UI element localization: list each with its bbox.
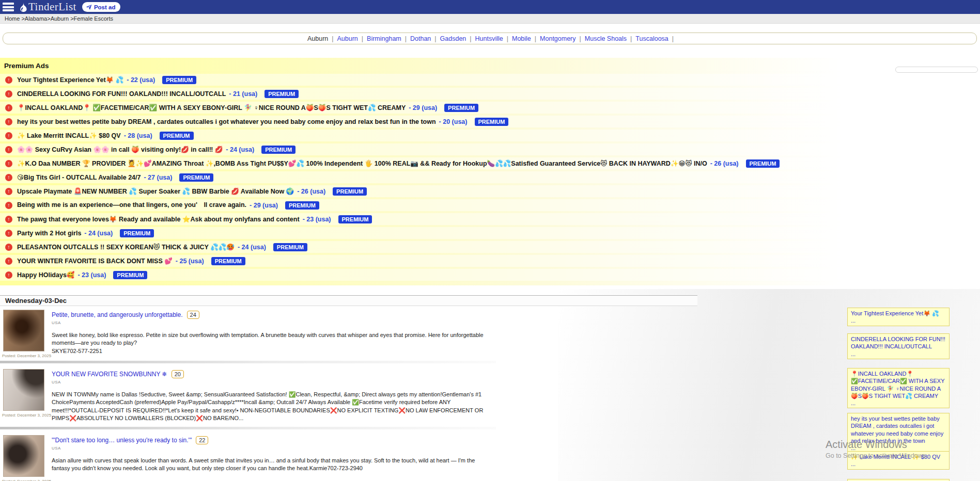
up-arrow-icon: ↑ xyxy=(5,174,12,181)
listing-thumbnail[interactable] xyxy=(3,310,44,351)
post-ad-button[interactable]: Post ad xyxy=(82,2,121,12)
post-ad-label: Post ad xyxy=(94,4,116,10)
sidebar-ad-title[interactable]: 📍INCALL OAKLAND📍 ✅FACETIME/CAR✅ WITH A S… xyxy=(851,370,946,399)
sidebar-ad-more: ... xyxy=(851,350,946,358)
sidebar-ad-box[interactable]: CINDERELLA LOOKING FOR FUN!!! OAKLAND!!!… xyxy=(847,333,950,359)
premium-ad-title[interactable]: ✨K.O Daa NUMBER 🏆 PROVIDER 💆✨💕AMAZING Th… xyxy=(17,159,707,167)
premium-badge: PREMIUM xyxy=(211,257,245,265)
sidebar-ad-box[interactable] xyxy=(847,479,950,481)
listing-thumbnail[interactable] xyxy=(3,435,44,477)
premium-ad-row[interactable]: ↑✨K.O Daa NUMBER 🏆 PROVIDER 💆✨💕AMAZING T… xyxy=(0,157,980,169)
premium-ad-title[interactable]: hey its your best wettes petite baby DRE… xyxy=(17,118,436,125)
premium-ad-age: - 25 (usa) xyxy=(176,258,204,265)
up-arrow-icon: ↑ xyxy=(5,90,12,98)
listing-title-link[interactable]: YOUR NEW FAVORITE SNOWBUNNY ❄ xyxy=(52,371,167,378)
listing-contact: SKYE702-577-2251 xyxy=(52,347,486,355)
listing-separator xyxy=(0,361,496,363)
premium-badge: PREMIUM xyxy=(475,118,509,126)
city-link-mobile[interactable]: Mobile xyxy=(512,35,531,42)
city-link-gadsden[interactable]: Gadsden xyxy=(440,35,466,42)
listing-title-row: Petite, brunette, and dangerously unforg… xyxy=(52,310,496,319)
sidebar-ad-box[interactable]: ✨ Lake Merritt INCALL ✨ $80 QV... xyxy=(847,451,950,470)
sidebar-ad-title[interactable]: hey its your best wettes petite baby DRE… xyxy=(851,415,946,444)
premium-ad-row[interactable]: ↑Happy HOlidays🥰- 23 (usa)PREMIUM xyxy=(0,269,980,281)
sidebar-ad-title[interactable]: ✨ Lake Merritt INCALL ✨ $80 QV xyxy=(851,453,946,460)
city-link-muscle-shoals[interactable]: Muscle Shoals xyxy=(585,35,627,42)
premium-ad-title[interactable]: PLEASANTON OUTCALLS !! SEXY KOREAN😻 THIC… xyxy=(17,243,235,251)
city-separator: | xyxy=(580,35,581,42)
premium-ad-row[interactable]: ↑✨ Lake Merritt INCALL✨ $80 QV- 28 (usa)… xyxy=(0,130,980,141)
premium-ad-row[interactable]: ↑YOUR WINTER FAVORITE IS BACK DONT MISS … xyxy=(0,255,980,267)
page: TinderList Post ad Home >Alabama>Auburn … xyxy=(0,0,980,481)
city-link-tuscaloosa[interactable]: Tuscaloosa xyxy=(635,35,668,42)
city-separator: | xyxy=(535,35,536,42)
premium-ad-title[interactable]: Upscale Playmate 🚨NEW NUMBER 💦 Super Soa… xyxy=(17,187,294,195)
premium-ad-title[interactable]: 😘Big Tits Girl - OUTCALL Available 24/7 xyxy=(17,173,141,181)
listing-separator xyxy=(0,427,496,429)
premium-badge: PREMIUM xyxy=(746,159,780,168)
premium-ad-row[interactable]: ↑🌸🌸 Sexy CuRvy Asian 🌸🌸 in call 🍑 visiti… xyxy=(0,143,980,155)
premium-ad-row[interactable]: ↑Your Tightest Experience Yet🦊 💦- 22 (us… xyxy=(0,74,980,86)
premium-badge: PREMIUM xyxy=(333,187,367,196)
premium-badge: PREMIUM xyxy=(273,243,307,251)
listing-thumbnail[interactable] xyxy=(3,369,44,411)
premium-ad-title[interactable]: Happy HOlidays🥰 xyxy=(17,271,74,279)
city-link-auburn[interactable]: Auburn xyxy=(337,35,358,42)
city-link-montgomery[interactable]: Montgomery xyxy=(540,35,575,42)
premium-ad-row[interactable]: ↑PLEASANTON OUTCALLS !! SEXY KOREAN😻 THI… xyxy=(0,241,980,253)
breadcrumb[interactable]: Home >Alabama>Auburn >Female Escorts xyxy=(0,14,980,24)
premium-badge: PREMIUM xyxy=(338,215,372,223)
premium-ad-title[interactable]: Party with 2 Hot girls xyxy=(17,230,81,237)
premium-ad-title[interactable]: 📍INCALL OAKLAND📍 ✅FACETIME/CAR✅ WITH A S… xyxy=(17,104,406,111)
premium-ad-row[interactable]: ↑CINDERELLA LOOKING FOR FUN!!! OAKLAND!!… xyxy=(0,88,980,100)
premium-badge: PREMIUM xyxy=(179,173,213,182)
premium-ad-title[interactable]: 🌸🌸 Sexy CuRvy Asian 🌸🌸 in call 🍑 visitin… xyxy=(17,146,223,153)
premium-ad-age: - 23 (usa) xyxy=(77,271,106,279)
age-badge: 22 xyxy=(196,436,208,444)
premium-ad-row[interactable]: ↑hey its your best wettes petite baby DR… xyxy=(0,116,980,127)
sidebar-ad-title[interactable]: CINDERELLA LOOKING FOR FUN!!! OAKLAND!!!… xyxy=(851,335,946,350)
premium-ad-row[interactable]: ↑The pawg that everyone loves🦊 Ready and… xyxy=(0,213,980,225)
sidebar-ad-box[interactable]: 📍INCALL OAKLAND📍 ✅FACETIME/CAR✅ WITH A S… xyxy=(847,368,950,408)
premium-ad-title[interactable]: YOUR WINTER FAVORITE IS BACK DONT MISS 💕 xyxy=(17,257,173,265)
listing-description: Sweet like honey, bold like espresso. Pe… xyxy=(52,331,486,347)
up-arrow-icon: ↑ xyxy=(5,258,12,265)
premium-ad-title[interactable]: ✨ Lake Merritt INCALL✨ $80 QV xyxy=(17,132,121,139)
premium-ad-title[interactable]: CINDERELLA LOOKING FOR FUN!!! OAKLAND!!!… xyxy=(17,90,226,98)
premium-ad-row[interactable]: ↑Party with 2 Hot girls- 24 (usa)PREMIUM xyxy=(0,227,980,239)
premium-ad-age: - 29 (usa) xyxy=(409,104,437,111)
premium-ad-title[interactable]: Your Tightest Experience Yet🦊 💦 xyxy=(17,76,123,84)
city-link-huntsville[interactable]: Huntsville xyxy=(475,35,503,42)
listing-title-link[interactable]: "'Don't stare too long… unless you're re… xyxy=(52,437,192,444)
listing-title-link[interactable]: Petite, brunette, and dangerously unforg… xyxy=(52,311,183,318)
sidebar-ad-title[interactable]: Your Tightest Experience Yet🦊 💦 xyxy=(851,310,946,317)
listing-title-row: "'Don't stare too long… unless you're re… xyxy=(52,435,496,444)
premium-ad-title[interactable]: The pawg that everyone loves🦊 Ready and … xyxy=(17,215,300,223)
premium-ad-title[interactable]: Being with me is an experience—one that … xyxy=(17,201,246,210)
site-logo[interactable]: TinderList xyxy=(19,0,76,14)
premium-ad-age: - 20 (usa) xyxy=(439,118,468,125)
city-separator: | xyxy=(470,35,471,42)
premium-badge: PREMIUM xyxy=(265,90,299,98)
city-separator: | xyxy=(672,35,674,42)
up-arrow-icon: ↑ xyxy=(5,160,12,167)
city-separator: | xyxy=(362,35,363,42)
premium-ad-row[interactable]: ↑Upscale Playmate 🚨NEW NUMBER 💦 Super So… xyxy=(0,185,980,197)
premium-ad-row[interactable]: ↑📍INCALL OAKLAND📍 ✅FACETIME/CAR✅ WITH A … xyxy=(0,102,980,114)
sidebar-ad-more: ... xyxy=(851,399,946,407)
posted-date: Posted: December 3, 2025 xyxy=(2,413,51,418)
up-arrow-icon: ↑ xyxy=(5,104,12,111)
city-link-dothan[interactable]: Dothan xyxy=(410,35,431,42)
city-link-birmingham[interactable]: Birmingham xyxy=(367,35,401,42)
premium-ads-section: Premium Ads ↑Your Tightest Experience Ye… xyxy=(0,58,980,285)
sidebar-ad-box[interactable]: hey its your best wettes petite baby DRE… xyxy=(847,413,950,453)
premium-ad-row[interactable]: ↑Being with me is an experience—one that… xyxy=(0,199,980,211)
listing-description: Asian allure with curves that speak loud… xyxy=(52,457,486,473)
empty-input-box[interactable] xyxy=(895,67,978,73)
sidebar-ad-box[interactable]: Your Tightest Experience Yet🦊 💦... xyxy=(847,308,950,326)
premium-ad-row[interactable]: ↑😘Big Tits Girl - OUTCALL Available 24/7… xyxy=(0,171,980,183)
city-separator: | xyxy=(405,35,407,42)
menu-icon[interactable] xyxy=(3,3,14,11)
city-separator: | xyxy=(434,35,436,42)
age-badge: 20 xyxy=(172,370,184,378)
